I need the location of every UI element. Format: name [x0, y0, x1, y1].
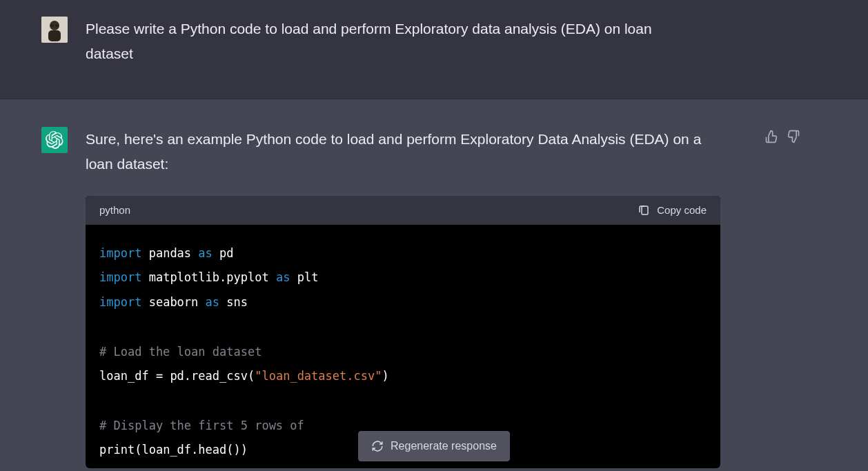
user-avatar — [41, 17, 68, 43]
user-message-text: Please write a Python code to load and p… — [86, 17, 679, 66]
copy-code-button[interactable]: Copy code — [638, 204, 707, 217]
clipboard-icon — [638, 204, 650, 217]
openai-logo-icon — [46, 131, 63, 149]
reaction-buttons — [765, 127, 800, 468]
code-language-label: python — [99, 204, 130, 216]
regenerate-response-button[interactable]: Regenerate response — [358, 431, 510, 461]
svg-rect-4 — [55, 24, 59, 27]
thumbs-down-icon[interactable] — [787, 130, 800, 143]
svg-rect-5 — [642, 206, 648, 214]
assistant-message-row: Sure, here's an example Python code to l… — [0, 99, 868, 471]
code-block: python Copy code import pandas as pd imp… — [86, 196, 720, 468]
copy-code-label: Copy code — [657, 204, 707, 216]
thumbs-up-icon[interactable] — [765, 130, 778, 143]
svg-rect-3 — [50, 24, 54, 27]
user-avatar-container — [41, 17, 69, 66]
user-message-content: Please write a Python code to load and p… — [86, 17, 748, 66]
refresh-icon — [371, 440, 384, 452]
assistant-message-text: Sure, here's an example Python code to l… — [86, 127, 720, 176]
code-header: python Copy code — [86, 196, 720, 225]
svg-rect-2 — [48, 30, 61, 41]
user-avatar-image — [41, 17, 68, 43]
assistant-avatar-container — [41, 127, 69, 468]
assistant-message-content: Sure, here's an example Python code to l… — [86, 127, 748, 468]
regenerate-label: Regenerate response — [391, 440, 497, 452]
user-message-row: Please write a Python code to load and p… — [0, 0, 868, 99]
assistant-avatar — [41, 127, 68, 153]
